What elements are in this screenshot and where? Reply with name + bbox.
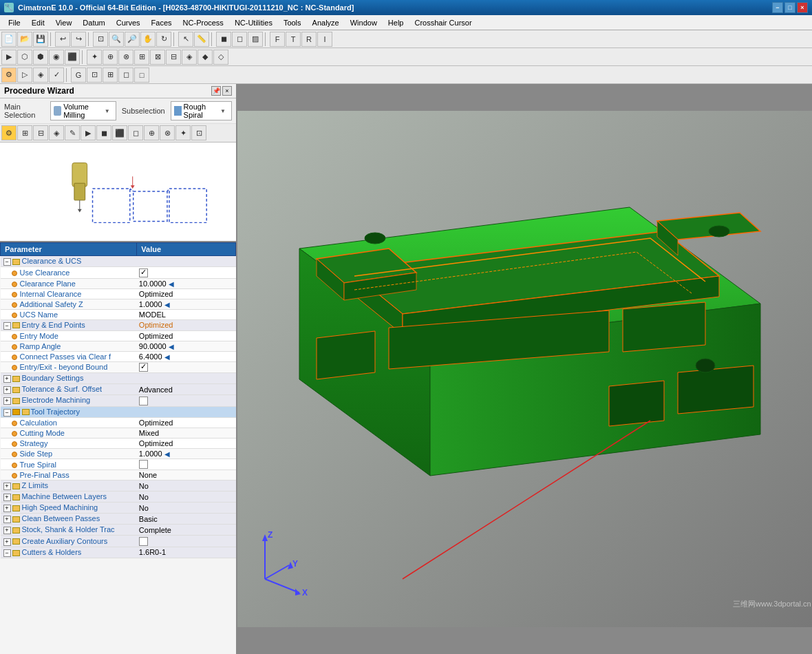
table-row[interactable]: +Electrode Machining bbox=[1, 395, 236, 407]
proc-tb-3[interactable]: ⊟ bbox=[33, 125, 48, 140]
proc-tb-9[interactable]: ◻ bbox=[128, 125, 143, 140]
tb2-12[interactable]: ◈ bbox=[182, 50, 197, 65]
table-row[interactable]: +High Speed MachiningNo bbox=[1, 503, 236, 514]
tb-shading[interactable]: ◼ bbox=[216, 32, 231, 47]
proc-tb-10[interactable]: ⊕ bbox=[144, 125, 159, 140]
tb2-2[interactable]: ⬡ bbox=[17, 50, 32, 65]
tb-right[interactable]: R bbox=[301, 32, 317, 47]
title-controls[interactable]: − □ × bbox=[772, 2, 808, 13]
menu-crosshair[interactable]: Crosshair Cursor bbox=[409, 17, 477, 28]
tb2-4[interactable]: ◉ bbox=[49, 50, 64, 65]
tb-open[interactable]: 📂 bbox=[17, 32, 32, 47]
table-row[interactable]: +Z LimitsNo bbox=[1, 481, 236, 492]
tb2-5[interactable]: ⬛ bbox=[65, 50, 80, 65]
menu-datum[interactable]: Datum bbox=[77, 17, 110, 28]
tb2-1[interactable]: ▶ bbox=[1, 50, 17, 65]
subselection-dropdown[interactable]: Rough Spiral ▼ bbox=[171, 101, 232, 120]
menu-curves[interactable]: Curves bbox=[111, 17, 146, 28]
table-row[interactable]: Connect Passes via Clear f6.4000 ◀ bbox=[1, 351, 236, 361]
proc-tb-13[interactable]: ⊡ bbox=[191, 125, 206, 140]
tb-iso[interactable]: I bbox=[317, 32, 332, 47]
table-row[interactable]: CalculationOptimized bbox=[1, 417, 236, 428]
proc-tb-5[interactable]: ✎ bbox=[65, 125, 80, 140]
tb2-9[interactable]: ⊞ bbox=[134, 50, 149, 65]
tb-hidden[interactable]: ▨ bbox=[248, 32, 263, 47]
table-row[interactable]: Entry/Exit - beyond Bound✓ bbox=[1, 361, 236, 373]
menu-edit[interactable]: Edit bbox=[26, 17, 50, 28]
table-row[interactable]: +Machine Between LayersNo bbox=[1, 492, 236, 503]
tb-zoom-in[interactable]: 🔍 bbox=[109, 32, 124, 47]
tb3-run[interactable]: ▷ bbox=[17, 67, 32, 83]
table-row[interactable]: Internal ClearanceOptimized bbox=[1, 288, 236, 299]
table-row[interactable]: StrategyOptimized bbox=[1, 438, 236, 448]
table-row[interactable]: −Cutters & Holders1.6R0-1 bbox=[1, 547, 236, 558]
proc-tb-6[interactable]: ▶ bbox=[81, 125, 96, 140]
tb3-g3[interactable]: ⊞ bbox=[103, 67, 118, 83]
pw-close[interactable]: × bbox=[222, 86, 232, 96]
tb-front[interactable]: F bbox=[270, 32, 285, 47]
table-row[interactable]: True Spiral bbox=[1, 458, 236, 470]
tb-wireframe[interactable]: ◻ bbox=[232, 32, 247, 47]
main-selection-dropdown[interactable]: Volume Milling ▼ bbox=[50, 101, 116, 120]
tb-select[interactable]: ↖ bbox=[178, 32, 193, 47]
tb2-13[interactable]: ◆ bbox=[197, 50, 213, 65]
proc-tb-4[interactable]: ◈ bbox=[49, 125, 64, 140]
tb-top[interactable]: T bbox=[286, 32, 301, 47]
close-btn[interactable]: × bbox=[797, 2, 808, 13]
tb-new[interactable]: 📄 bbox=[1, 32, 17, 47]
viewport[interactable]: Z Y X 三维网www.3dportal.cn bbox=[237, 84, 812, 654]
proc-tb-12[interactable]: ✦ bbox=[175, 125, 191, 140]
tb-redo[interactable]: ↪ bbox=[71, 32, 86, 47]
proc-tb-11[interactable]: ⊗ bbox=[160, 125, 175, 140]
menu-analyze[interactable]: Analyze bbox=[307, 17, 345, 28]
table-row[interactable]: Side Step1.0000 ◀ bbox=[1, 448, 236, 458]
tb-save[interactable]: 💾 bbox=[33, 32, 48, 47]
table-row[interactable]: +Boundary Settings bbox=[1, 373, 236, 384]
table-row[interactable]: Pre-Final PassNone bbox=[1, 470, 236, 481]
proc-tb-7[interactable]: ◼ bbox=[96, 125, 111, 140]
table-row[interactable]: −Clearance & UCS bbox=[1, 256, 236, 267]
menu-view[interactable]: View bbox=[50, 17, 78, 28]
menu-tools[interactable]: Tools bbox=[278, 17, 307, 28]
tb2-7[interactable]: ⊕ bbox=[103, 50, 118, 65]
tb3-g4[interactable]: ◻ bbox=[118, 67, 133, 83]
tb-pan[interactable]: ✋ bbox=[140, 32, 156, 47]
table-row[interactable]: −Entry & End PointsOptimized bbox=[1, 319, 236, 330]
table-row[interactable]: +Stock, Shank & Holder TracComplete bbox=[1, 525, 236, 536]
menu-help[interactable]: Help bbox=[383, 17, 409, 28]
tb3-g2[interactable]: ⊡ bbox=[87, 67, 102, 83]
tb-measure[interactable]: 📏 bbox=[194, 32, 209, 47]
menu-file[interactable]: File bbox=[3, 17, 26, 28]
menu-faces[interactable]: Faces bbox=[146, 17, 178, 28]
tb2-3[interactable]: ⬢ bbox=[33, 50, 48, 65]
minimize-btn[interactable]: − bbox=[772, 2, 783, 13]
tb-zoom-fit[interactable]: ⊡ bbox=[93, 32, 108, 47]
tb3-op[interactable]: ⚙ bbox=[1, 67, 17, 83]
tb2-8[interactable]: ⊗ bbox=[118, 50, 133, 65]
table-row[interactable]: Use Clearance✓ bbox=[1, 267, 236, 279]
maximize-btn[interactable]: □ bbox=[784, 2, 795, 13]
proc-tb-8[interactable]: ⬛ bbox=[112, 125, 127, 140]
proc-tb-2[interactable]: ⊞ bbox=[17, 125, 32, 140]
tb-zoom-out[interactable]: 🔎 bbox=[125, 32, 140, 47]
menu-nc-utilities[interactable]: NC-Utilities bbox=[229, 17, 278, 28]
menu-nc-process[interactable]: NC-Process bbox=[178, 17, 229, 28]
table-row[interactable]: UCS NameMODEL bbox=[1, 309, 236, 319]
table-row[interactable]: Ramp Angle90.0000 ◀ bbox=[1, 341, 236, 351]
tb3-verify[interactable]: ✓ bbox=[49, 67, 64, 83]
pw-pin[interactable]: 📌 bbox=[211, 86, 221, 96]
menu-window[interactable]: Window bbox=[345, 17, 383, 28]
tb3-g5[interactable]: □ bbox=[134, 67, 149, 83]
table-row[interactable]: Additional Safety Z1.0000 ◀ bbox=[1, 299, 236, 309]
table-row[interactable]: +Create Auxiliary Contours bbox=[1, 536, 236, 547]
tb3-g1[interactable]: G bbox=[71, 67, 86, 83]
table-row[interactable]: −Tool Trajectory bbox=[1, 406, 236, 417]
tb2-14[interactable]: ◇ bbox=[213, 50, 228, 65]
table-row[interactable]: Entry ModeOptimized bbox=[1, 330, 236, 341]
param-area[interactable]: Parameter Value −Clearance & UCSUse Clea… bbox=[0, 242, 236, 654]
table-row[interactable]: +Tolerance & Surf. OffsetAdvanced bbox=[1, 384, 236, 395]
pw-window-controls[interactable]: 📌 × bbox=[211, 86, 232, 96]
table-row[interactable]: Cutting ModeMixed bbox=[1, 428, 236, 438]
tb2-10[interactable]: ⊠ bbox=[150, 50, 165, 65]
tb-undo[interactable]: ↩ bbox=[55, 32, 70, 47]
